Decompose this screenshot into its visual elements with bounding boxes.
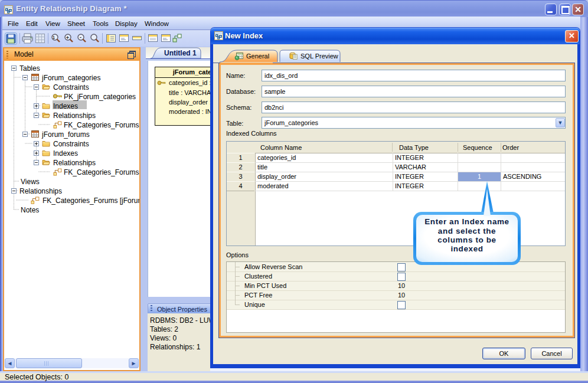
svg-text:+: + (66, 35, 69, 41)
svg-text:-: - (80, 34, 81, 40)
svg-text:and select the: and select the (438, 227, 496, 235)
svg-text:1: 1 (53, 35, 55, 40)
svg-text:indexed: indexed (450, 244, 483, 253)
svg-text:Enter an Index name: Enter an Index name (424, 217, 509, 226)
svg-text:columns to be: columns to be (437, 235, 496, 244)
